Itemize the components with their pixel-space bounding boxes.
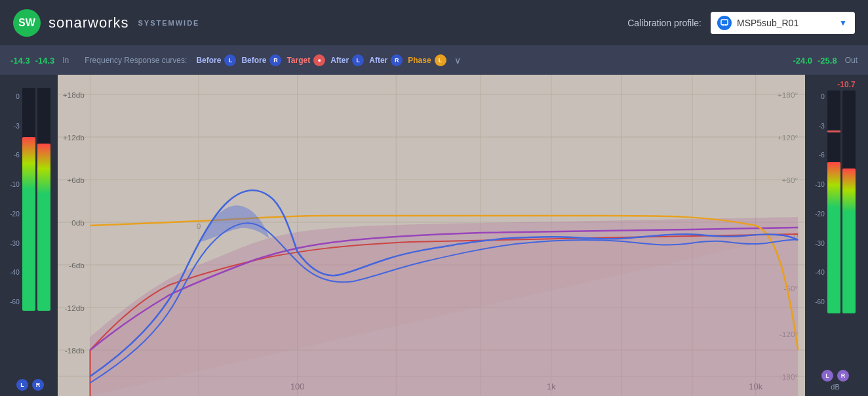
right-channel-badges: L R [821,370,849,382]
legend-before-r-text: Before [241,56,266,65]
right-scale: 0 -3 -6 -10 -20 -30 -40 -60 [815,88,825,311]
svg-text:-6db: -6db [69,262,85,269]
meter-right-val1: -24.0 [793,56,812,66]
chart-svg: +18db +12db +6db 0db -6db -12db -18db +1… [58,75,805,396]
toolbar: -14.3 -14.3 In Frequency Response curves… [0,46,868,75]
right-vu-bar-r [842,90,856,313]
svg-text:+18db: +18db [63,91,85,99]
freq-curves-label: Frequency Response curves: [85,56,187,65]
svg-point-2 [725,24,726,25]
legend-phase-text: Phase [408,56,431,65]
systemwide-label: SYSTEMWIDE [138,19,199,27]
chart-container: +18db +12db +6db 0db -6db -12db -18db +1… [58,75,805,396]
svg-text:+60°: +60° [781,176,798,184]
calibration-label: Calibration profile: [627,18,701,28]
logo-text: SW [18,17,35,29]
legend-after-r-dot: R [391,54,403,66]
left-vu-bar-r [37,88,50,311]
peak-value: -10.7 [837,80,855,89]
legend-after-r-text: After [369,56,387,65]
legend-target-text: Target [286,56,310,65]
brand-name: sonarworks [49,14,128,31]
svg-text:+6db: +6db [67,176,85,184]
legend-after-l[interactable]: After L [330,54,364,66]
legend-phase-l[interactable]: Phase L [408,54,446,66]
right-vu-bar-l [827,90,840,313]
left-badge-l: L [16,379,28,391]
dropdown-arrow-icon: ▼ [839,18,847,28]
right-badge-l: L [821,370,833,382]
svg-text:-18db: -18db [65,347,85,355]
logo-badge: SW [13,9,41,37]
header: SW sonarworks SYSTEMWIDE Calibration pro… [0,0,868,46]
right-badge-r: R [837,370,849,382]
left-channel-badges: L R [16,379,44,391]
in-label: In [62,56,69,65]
legend-after-l-dot: L [352,54,364,66]
legend-before-r[interactable]: Before R [241,54,281,66]
legend-before-l[interactable]: Before L [196,54,236,66]
db-label: dB [831,383,839,391]
legend-before-r-dot: R [269,54,281,66]
profile-icon [717,16,732,30]
meter-left-val2: -14.3 [35,56,55,66]
legend-after-r[interactable]: After R [369,54,403,66]
svg-text:0: 0 [197,222,201,230]
legend-before-l-dot: L [224,54,236,66]
main-area: 0 -3 -6 -10 -20 -30 -40 -60 L R [0,75,868,396]
profile-dropdown[interactable]: MSP5sub_R01 ▼ [711,12,855,34]
svg-text:-12db: -12db [65,304,85,312]
legend-before-l-text: Before [196,56,221,65]
svg-rect-0 [721,20,728,25]
legend-target-dot: ● [313,54,325,66]
svg-text:+120°: +120° [778,134,798,142]
meter-right-val2: -25.8 [818,56,837,66]
profile-name: MSP5sub_R01 [737,18,834,28]
legend-expand-icon[interactable]: ∨ [454,55,461,66]
legend-target[interactable]: Target ● [286,54,325,66]
left-scale: 0 -3 -6 -10 -20 -30 -40 -60 [10,88,20,311]
legend-after-l-text: After [330,56,349,65]
legend-phase-l-dot: L [435,54,446,66]
out-label: Out [845,56,858,65]
left-badge-r: R [32,379,44,391]
svg-text:+12db: +12db [63,134,85,142]
left-vu-bar-l [22,88,35,311]
svg-text:+180°: +180° [778,91,798,99]
meter-left-val1: -14.3 [10,56,30,66]
svg-text:0db: 0db [71,219,85,227]
svg-point-1 [722,24,724,25]
